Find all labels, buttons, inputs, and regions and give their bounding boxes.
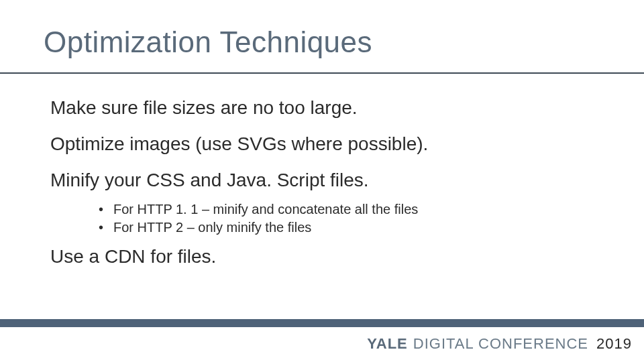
slide: Optimization Techniques Make sure file s… bbox=[0, 0, 644, 362]
sub-bullet-text: For HTTP 1. 1 – minify and concatenate a… bbox=[113, 200, 418, 219]
brand-name-strong: YALE bbox=[367, 335, 408, 353]
bullet-point: Make sure file sizes are no too large. bbox=[50, 97, 600, 119]
bullet-icon: • bbox=[99, 200, 113, 219]
sub-bullet-item: • For HTTP 2 – only minify the files bbox=[99, 219, 600, 237]
slide-content: Make sure file sizes are no too large. O… bbox=[50, 97, 600, 282]
bullet-point: Use a CDN for files. bbox=[50, 246, 600, 267]
footer-accent-bar bbox=[0, 319, 644, 327]
sub-bullet-text: For HTTP 2 – only minify the files bbox=[113, 219, 311, 237]
brand-year: 2019 bbox=[596, 335, 632, 353]
bullet-point: Optimize images (use SVGs where possible… bbox=[50, 133, 600, 155]
bullet-point: Minify your CSS and Java. Script files. bbox=[50, 170, 600, 191]
footer-branding: YALE DIGITAL CONFERENCE 2019 bbox=[367, 335, 632, 353]
sub-bullet-list: • For HTTP 1. 1 – minify and concatenate… bbox=[99, 200, 600, 237]
bullet-icon: • bbox=[99, 219, 113, 237]
slide-title: Optimization Techniques bbox=[44, 25, 372, 59]
brand-name-rest: DIGITAL CONFERENCE bbox=[413, 335, 588, 353]
sub-bullet-item: • For HTTP 1. 1 – minify and concatenate… bbox=[99, 200, 600, 219]
title-divider bbox=[0, 72, 644, 74]
